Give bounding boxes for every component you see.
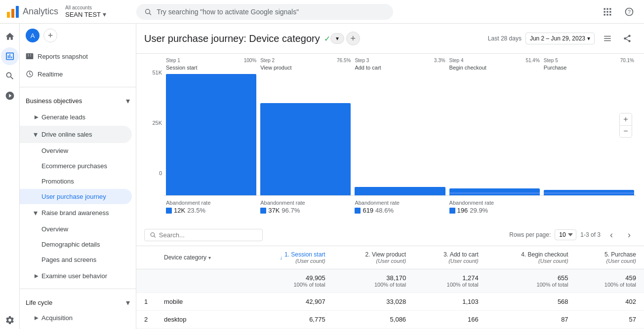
all-accounts-link[interactable]: All accounts: [65, 5, 106, 10]
user-purchase-journey-label: User purchase journey: [41, 193, 106, 200]
data-table: Device category ▾ ↓ 1. Session start (Us…: [136, 246, 644, 329]
svg-line-4: [149, 13, 151, 14]
help-button[interactable]: ?: [620, 3, 638, 21]
total-add-to-cart-val: 1,274: [422, 274, 479, 282]
total-view-product-val: 38,170: [341, 274, 406, 282]
y-label-mid: 25K: [144, 120, 162, 126]
nav-item-acquisition[interactable]: ▾ Acquisition: [20, 309, 132, 327]
th-session-start[interactable]: ↓ 1. Session start (User count): [245, 246, 333, 269]
table-row: 1 mobile 42,907 33,028 1,103 568 402: [136, 293, 644, 311]
zoom-in-button[interactable]: +: [620, 113, 632, 125]
total-session-start-val: 49,905: [253, 274, 325, 282]
svg-rect-0: [7, 12, 10, 18]
abandon-num-3: 619: [362, 207, 373, 214]
nav-section-lifecycle[interactable]: Life cycle ▾: [20, 293, 136, 309]
raise-brand-awareness-label: Raise brand awareness: [41, 209, 109, 217]
abandon-cell-2: Abandonment rate 37K 96.7%: [258, 198, 353, 216]
step1-bar: [166, 74, 256, 195]
row2-add-to-cart: 166: [414, 311, 486, 329]
sidebar-icon-home[interactable]: [1, 28, 19, 45]
expand-icon: ▾: [31, 115, 40, 119]
table-search-box[interactable]: [144, 229, 263, 241]
th-view-product[interactable]: 2. View product (User count): [333, 246, 414, 269]
apps-button[interactable]: [599, 3, 616, 21]
add-filter-button[interactable]: +: [346, 32, 360, 45]
topbar-actions: ?: [599, 3, 644, 21]
svg-rect-2: [16, 6, 19, 18]
page-title: User purchase journey: Device category: [144, 33, 320, 44]
rows-per-page-select[interactable]: 10 25 50: [555, 229, 576, 240]
table-search-input[interactable]: [159, 231, 257, 239]
abandon-dot-4: [449, 208, 455, 214]
nav-item-overview[interactable]: Overview: [20, 143, 132, 158]
sidebar-icon-reports[interactable]: [1, 47, 19, 65]
abandon-pct-2: 96.7%: [282, 207, 300, 214]
prev-page-button[interactable]: ‹: [604, 228, 618, 242]
row1-begin-checkout: 568: [486, 293, 576, 311]
nav-item-realtime[interactable]: Realtime: [20, 65, 136, 83]
add-comparison-button[interactable]: +: [43, 29, 57, 42]
device-sort-arrow: ▾: [208, 255, 211, 260]
sidebar-icon-explore[interactable]: [1, 67, 19, 85]
row2-session-start: 6,775: [245, 311, 333, 329]
table-search-icon: [150, 231, 156, 238]
th-add-to-cart-sub: (User count): [422, 258, 479, 264]
nav-item-promotions[interactable]: Promotions: [20, 174, 132, 189]
row1-session-start: 42,907: [245, 293, 333, 311]
nav-item-drive-online-sales[interactable]: ▾ Drive online sales: [20, 126, 132, 143]
nav-item-generate-leads[interactable]: ▾ Generate leads: [20, 109, 132, 126]
rows-per-page-control: Rows per page: 10 25 50 1-3 of 3 ‹ ›: [509, 228, 636, 242]
lifecycle-label: Life cycle: [26, 299, 52, 306]
th-begin-checkout[interactable]: 4. Begin checkout (User count): [486, 246, 576, 269]
nav-item-examine-user-behavior[interactable]: ▾ Examine user behavior: [20, 267, 132, 285]
th-purchase[interactable]: 5. Purchase (User count): [576, 246, 644, 269]
funnel-step-3: Step 3 3.3% Add to cart: [353, 58, 447, 195]
abandon-label-2: Abandonment rate: [260, 200, 351, 206]
last-days-label: Last 28 days: [488, 35, 522, 42]
th-device[interactable]: Device category ▾: [156, 246, 245, 269]
share-button[interactable]: [618, 30, 636, 47]
filter-button[interactable]: ▾: [330, 33, 344, 44]
sidebar-icon-advertising[interactable]: [1, 87, 19, 105]
total-begin-checkout: 655 100% of total: [486, 269, 576, 293]
nav-item-demographic-details[interactable]: Demographic details: [20, 237, 132, 252]
nav-item-pages-and-screens[interactable]: Pages and screens: [20, 252, 132, 267]
page-header: User purchase journey: Device category ✓…: [136, 24, 644, 54]
abandon-value-3: 619 48.6%: [355, 207, 445, 214]
table-view-button[interactable]: [599, 30, 616, 47]
th-session-start-label: 1. Session start: [284, 251, 325, 258]
search-input[interactable]: [157, 8, 385, 16]
th-add-to-cart[interactable]: 3. Add to cart (User count): [414, 246, 486, 269]
nav-item-raise-brand-awareness[interactable]: ▾ Raise brand awareness: [20, 204, 132, 221]
abandon-label-3: Abandonment rate: [355, 200, 445, 206]
nav-item-engagement[interactable]: ▾ Engagement: [20, 327, 132, 329]
svg-rect-7: [609, 8, 611, 9]
reports-snapshot-label: Reports snapshot: [38, 53, 88, 60]
next-page-button[interactable]: ›: [622, 228, 636, 242]
nav-item-user-purchase-journey[interactable]: User purchase journey: [20, 189, 132, 204]
svg-point-3: [146, 9, 150, 13]
abandonment-rates: Abandonment rate 12K 23.5% Abandonment r…: [144, 198, 636, 216]
th-row-num: [136, 246, 156, 269]
th-begin-checkout-label: 4. Begin checkout: [494, 251, 568, 258]
nav-item-ecommerce-purchases[interactable]: Ecommerce purchases: [20, 158, 132, 174]
zoom-out-button[interactable]: −: [620, 125, 632, 137]
brand-title: Analytics: [23, 6, 58, 17]
th-device-label: Device category: [164, 254, 206, 261]
nav-item-raise-overview[interactable]: Overview: [20, 221, 132, 237]
sidebar-icon-configure[interactable]: [1, 311, 19, 329]
analytics-logo: [6, 5, 20, 19]
nav-section-business-objectives[interactable]: Business objectives ▾: [20, 91, 136, 109]
total-view-product-sub: 100% of total: [341, 282, 406, 288]
abandon-num-4: 196: [457, 207, 468, 214]
collapse-drive-icon: ▾: [34, 130, 38, 139]
nav-item-reports-snapshot[interactable]: Reports snapshot: [20, 47, 136, 65]
abandon-cell-1: Abandonment rate 12K 23.5%: [164, 198, 258, 216]
generate-leads-label: Generate leads: [41, 113, 85, 121]
date-picker[interactable]: Jun 2 – Jun 29, 2023 ▾: [525, 33, 595, 44]
account-name[interactable]: SEAN TEST ▾: [65, 10, 106, 18]
main-content: User purchase journey: Device category ✓…: [136, 24, 644, 329]
search-bar[interactable]: [136, 4, 393, 20]
abandon-num-1: 12K: [174, 207, 185, 214]
th-begin-checkout-sub: (User count): [494, 258, 568, 264]
